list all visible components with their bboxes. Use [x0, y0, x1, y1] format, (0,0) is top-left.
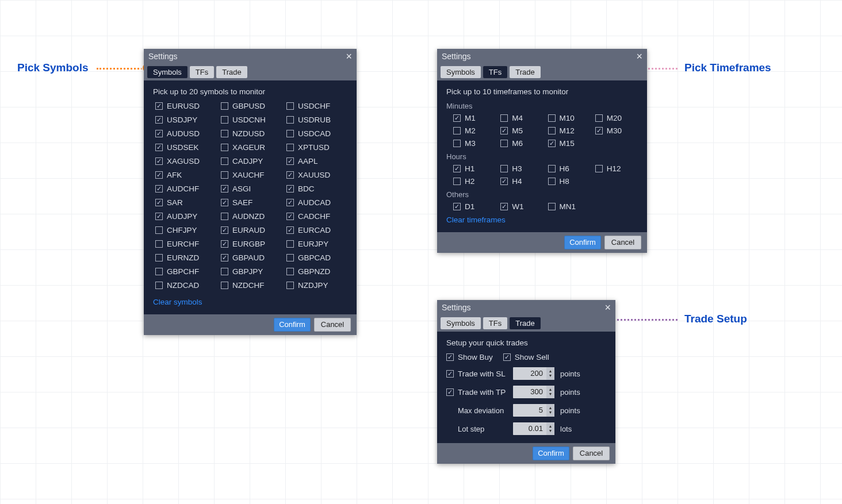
symbol-checkbox[interactable]: XAGEUR	[221, 143, 282, 152]
spinner-arrows-icon[interactable]: ▲▼	[546, 367, 554, 380]
symbol-checkbox[interactable]: NZDJPY	[286, 281, 347, 290]
tab-tfs[interactable]: TFs	[483, 317, 507, 329]
symbol-checkbox[interactable]: AUDCAD	[286, 198, 347, 207]
symbol-checkbox[interactable]: EURAUD	[221, 226, 282, 234]
timeframe-checkbox[interactable]: W1	[500, 202, 543, 211]
timeframe-checkbox[interactable]: H4	[500, 177, 543, 186]
symbol-checkbox[interactable]: USDJPY	[155, 116, 216, 124]
tab-trade[interactable]: Trade	[510, 317, 540, 329]
symbol-checkbox[interactable]: XAUCHF	[221, 171, 282, 179]
clear-timeframes-link[interactable]: Clear timeframes	[446, 216, 638, 224]
tp-points-input[interactable]: 300▲▼	[513, 386, 554, 398]
tab-tfs[interactable]: TFs	[190, 66, 214, 78]
symbol-checkbox[interactable]: AUDCHF	[155, 184, 216, 193]
tab-symbols[interactable]: Symbols	[147, 66, 187, 78]
timeframe-checkbox[interactable]: M1	[453, 114, 496, 122]
timeframe-checkbox[interactable]: H8	[548, 177, 591, 186]
timeframe-checkbox[interactable]: M5	[500, 126, 543, 135]
tab-symbols[interactable]: Symbols	[441, 66, 481, 78]
timeframe-checkbox[interactable]: M6	[500, 139, 543, 148]
spinner-arrows-icon[interactable]: ▲▼	[546, 404, 554, 417]
timeframe-checkbox[interactable]: H2	[453, 177, 496, 186]
clear-symbols-link[interactable]: Clear symbols	[153, 298, 347, 306]
symbol-checkbox[interactable]: SAEF	[221, 198, 282, 207]
dialog-titlebar[interactable]: Settings ×	[437, 49, 647, 64]
trade-sl-checkbox[interactable]: Trade with SL	[446, 370, 507, 378]
symbol-checkbox[interactable]: AUDUSD	[155, 129, 216, 138]
symbol-checkbox[interactable]: SAR	[155, 198, 216, 207]
symbol-checkbox[interactable]: EURGBP	[221, 240, 282, 248]
timeframe-checkbox[interactable]: H1	[453, 164, 496, 173]
symbol-checkbox[interactable]: XAGUSD	[155, 157, 216, 166]
symbol-checkbox[interactable]: CHFJPY	[155, 226, 216, 234]
tab-symbols[interactable]: Symbols	[441, 317, 481, 329]
cancel-button[interactable]: Cancel	[573, 447, 610, 460]
checkbox-label: GBPAUD	[232, 253, 265, 262]
cancel-button[interactable]: Cancel	[314, 318, 351, 332]
sl-points-input[interactable]: 200▲▼	[513, 367, 554, 380]
symbol-checkbox[interactable]: USDCHF	[286, 102, 347, 110]
symbol-checkbox[interactable]: GBPJPY	[221, 267, 282, 276]
timeframe-checkbox[interactable]: M30	[595, 126, 638, 135]
symbol-checkbox[interactable]: USDCNH	[221, 116, 282, 124]
symbol-checkbox[interactable]: GBPCHF	[155, 267, 216, 276]
timeframe-checkbox[interactable]: H12	[595, 164, 638, 173]
confirm-button[interactable]: Confirm	[533, 447, 569, 460]
confirm-button[interactable]: Confirm	[564, 236, 601, 249]
timeframe-checkbox[interactable]: D1	[453, 202, 496, 211]
tab-trade[interactable]: Trade	[510, 66, 540, 78]
max-deviation-input[interactable]: 5▲▼	[513, 404, 554, 417]
trade-tp-checkbox[interactable]: Trade with TP	[446, 388, 507, 397]
timeframe-checkbox[interactable]: M3	[453, 139, 496, 148]
timeframe-checkbox[interactable]: H6	[548, 164, 591, 173]
symbol-checkbox[interactable]: BDC	[286, 184, 347, 193]
symbol-checkbox[interactable]: GBPNZD	[286, 267, 347, 276]
show-buy-checkbox[interactable]: Show Buy	[446, 353, 493, 361]
symbol-checkbox[interactable]: XAUUSD	[286, 171, 347, 179]
timeframe-checkbox[interactable]: M20	[595, 114, 638, 122]
symbol-checkbox[interactable]: NZDCAD	[155, 281, 216, 290]
spinner-arrows-icon[interactable]: ▲▼	[546, 386, 554, 398]
symbol-checkbox[interactable]: GBPUSD	[221, 102, 282, 110]
symbol-checkbox[interactable]: USDSEK	[155, 143, 216, 152]
symbol-checkbox[interactable]: NZDUSD	[221, 129, 282, 138]
symbol-checkbox[interactable]: AAPL	[286, 157, 347, 166]
symbol-checkbox[interactable]: ASGI	[221, 184, 282, 193]
symbol-checkbox[interactable]: USDRUB	[286, 116, 347, 124]
symbol-checkbox[interactable]: AUDJPY	[155, 212, 216, 221]
timeframe-checkbox[interactable]: M4	[500, 114, 543, 122]
dialog-titlebar[interactable]: Settings ×	[144, 49, 357, 64]
symbol-checkbox[interactable]: GBPAUD	[221, 253, 282, 262]
symbol-checkbox[interactable]: EURJPY	[286, 240, 347, 248]
timeframe-checkbox[interactable]: M15	[548, 139, 591, 148]
timeframe-checkbox[interactable]: M12	[548, 126, 591, 135]
timeframe-checkbox[interactable]: H3	[500, 164, 543, 173]
dialog-titlebar[interactable]: Settings ×	[437, 300, 615, 315]
close-icon[interactable]: ×	[636, 51, 642, 61]
timeframe-checkbox[interactable]: M2	[453, 126, 496, 135]
tab-tfs[interactable]: TFs	[483, 66, 507, 78]
symbol-checkbox[interactable]: EURNZD	[155, 253, 216, 262]
tab-trade[interactable]: Trade	[216, 66, 247, 78]
symbol-checkbox[interactable]: EURCHF	[155, 240, 216, 248]
close-icon[interactable]: ×	[604, 302, 611, 313]
spinner-arrows-icon[interactable]: ▲▼	[546, 422, 554, 435]
symbol-checkbox[interactable]: CADCHF	[286, 212, 347, 221]
cancel-button[interactable]: Cancel	[604, 236, 641, 249]
checkbox-label: EURUSD	[167, 102, 200, 110]
symbol-checkbox[interactable]: EURCAD	[286, 226, 347, 234]
symbol-checkbox[interactable]: EURUSD	[155, 102, 216, 110]
symbol-checkbox[interactable]: USDCAD	[286, 129, 347, 138]
symbol-checkbox[interactable]: AUDNZD	[221, 212, 282, 221]
show-sell-checkbox[interactable]: Show Sell	[503, 353, 549, 361]
symbol-checkbox[interactable]: CADJPY	[221, 157, 282, 166]
timeframe-checkbox[interactable]: MN1	[548, 202, 591, 211]
symbol-checkbox[interactable]: NZDCHF	[221, 281, 282, 290]
confirm-button[interactable]: Confirm	[274, 318, 311, 332]
symbol-checkbox[interactable]: XPTUSD	[286, 143, 347, 152]
lot-step-input[interactable]: 0.01▲▼	[513, 422, 554, 435]
symbol-checkbox[interactable]: GBPCAD	[286, 253, 347, 262]
symbol-checkbox[interactable]: AFK	[155, 171, 216, 179]
close-icon[interactable]: ×	[346, 51, 352, 61]
timeframe-checkbox[interactable]: M10	[548, 114, 591, 122]
